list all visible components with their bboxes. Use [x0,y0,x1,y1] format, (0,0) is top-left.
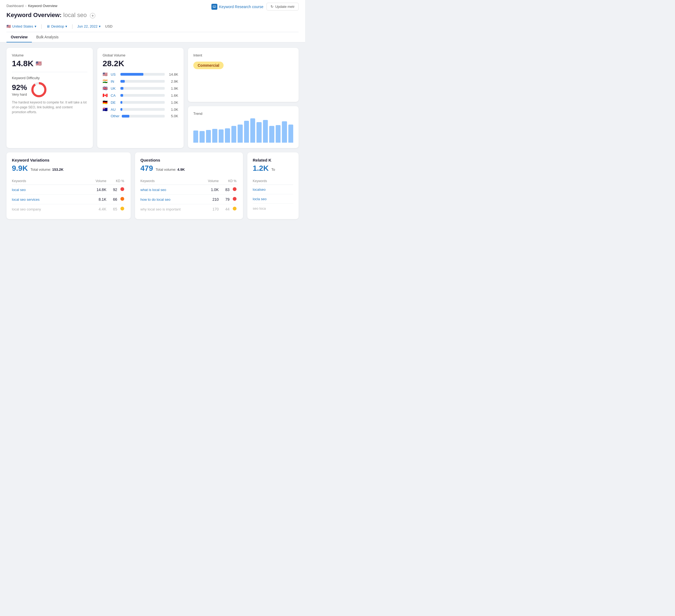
kd-number: 83 [225,188,230,192]
country-flag: 🇺🇸 [102,72,108,77]
keyword-link[interactable]: local seo company [12,207,41,211]
page-title-prefix: Keyword Overview: [6,12,62,18]
bottom-cards-row: Keyword Variations 9.9K Total volume: 15… [6,152,299,219]
kd-difficulty-dot [121,187,124,191]
keyword-link[interactable]: localseo [253,188,266,192]
page-title-keyword: local seo [63,12,87,18]
kd-value: 92% [12,83,27,92]
table-cell-keyword: how to do local seo [140,197,200,202]
table-cell-volume: 170 [200,207,219,211]
table-cell-volume: 14.8K [87,188,106,192]
us-flag-volume: 🇺🇸 [35,61,42,66]
trend-bar [238,125,242,143]
country-code[interactable]: Other [111,114,120,118]
country-code[interactable]: UK [111,86,118,90]
global-volume-card: Global Volume 28.2K 🇺🇸 US 14.8K 🇮🇳 IN 2.… [97,48,183,148]
country-label: United States [12,24,33,28]
country-code[interactable]: AU [111,108,118,112]
table-cell-volume: 4.4K [87,207,106,211]
keyword-link[interactable]: why local seo is important [140,207,180,211]
trend-bar [212,129,217,143]
intent-badge: Commercial [193,62,224,69]
keyword-link[interactable]: how to do local seo [140,198,170,202]
kd-number: 44 [225,207,230,211]
table-cell-kd: 66 [106,197,125,202]
table-cell-kd: 83 [219,187,238,192]
country-bar-bg [121,73,165,76]
table-cell-keyword: local seo [12,188,87,192]
table-cell-keyword: seo loca [253,206,293,210]
related-rows: localseo locla seo seo loca [253,185,293,213]
keyword-link[interactable]: what is local seo [140,188,166,192]
svg-point-2 [32,83,45,96]
kd-label: Keyword Difficulty [12,76,87,80]
kd-number: 92 [113,188,118,192]
country-volume: 1.0K [167,108,178,112]
update-metrics-button[interactable]: ↻ Update metr [267,3,299,10]
trend-bar [200,131,204,143]
table-row: why local seo is important 170 44 [140,204,238,214]
q-col-header-volume: Volume [200,179,219,183]
breadcrumb-sep: › [25,4,26,8]
country-row: Other 5.0K [102,114,178,118]
table-row: locla seo [253,194,293,204]
table-cell-keyword: localseo [253,187,293,192]
trend-bar [263,120,268,143]
trend-bar [193,131,198,143]
tab-overview[interactable]: Overview [6,32,32,43]
country-code[interactable]: IN [111,79,118,83]
country-row: 🇬🇧 UK 1.9K [102,86,178,91]
keyword-link[interactable]: locla seo [253,197,267,201]
date-filter[interactable]: Jun 22, 2022 ▾ [77,24,101,28]
breadcrumb-dashboard[interactable]: Dashboard [6,4,24,8]
keyword-link[interactable]: seo loca [253,206,266,210]
country-code[interactable]: CA [111,93,118,97]
currency-label: USD [105,24,112,28]
country-volume: 2.9K [167,79,178,83]
add-keyword-button[interactable]: + [90,13,95,18]
filters-row: 🇺🇸 United States ▾ | 🖥 Desktop ▾ | Jun 2… [6,21,299,32]
related-table-header: Keywords [253,177,293,185]
related-total: To [271,167,275,172]
table-row: localseo [253,185,293,194]
course-icon [211,4,217,10]
table-cell-kd: 79 [219,197,238,202]
global-volume-label: Global Volume [102,53,178,57]
table-cell-keyword: local seo services [12,197,87,202]
country-bar-bg [121,108,165,111]
country-row: 🇩🇪 DE 1.0K [102,100,178,105]
volume-value: 14.8K 🇺🇸 [12,59,87,68]
desktop-icon: 🖥 [47,24,50,28]
date-label: Jun 22, 2022 [77,24,97,28]
country-code[interactable]: US [111,72,118,76]
device-filter[interactable]: 🖥 Desktop ▾ [47,24,68,28]
table-row: how to do local seo 210 79 [140,195,238,204]
kw-variations-rows: local seo 14.8K 92 local seo services 8.… [12,185,125,214]
kd-difficulty-dot [233,197,236,201]
country-flag: 🇦🇺 [102,107,108,112]
questions-count: 479 [140,164,153,173]
kd-text-group: 92% Very hard [12,83,27,96]
table-row: local seo services 8.1K 66 [12,195,125,204]
table-cell-kd: 92 [106,187,125,192]
country-bar-fill [121,108,122,111]
questions-rows: what is local seo 1.0K 83 how to do loca… [140,185,238,214]
country-filter[interactable]: 🇺🇸 United States ▾ [6,24,36,28]
kd-donut-chart [31,82,47,98]
trend-bar [250,118,255,143]
related-summary: 1.2K To [253,164,293,173]
trend-bar [244,121,249,143]
right-column: Intent Commercial Trend [188,48,299,148]
country-bar-fill [121,80,125,83]
keyword-link[interactable]: local seo services [12,198,40,202]
kd-difficulty-dot [233,207,236,210]
course-link[interactable]: Keyword Research course [211,4,263,10]
country-code[interactable]: DE [111,100,118,105]
keyword-link[interactable]: local seo [12,188,26,192]
table-cell-keyword: local seo company [12,207,87,211]
kd-number: 65 [113,207,118,211]
country-row: 🇨🇦 CA 1.6K [102,93,178,98]
tab-bulk-analysis[interactable]: Bulk Analysis [32,32,63,43]
filter-sep-2: | [72,23,73,29]
global-volume-value: 28.2K [102,59,178,68]
